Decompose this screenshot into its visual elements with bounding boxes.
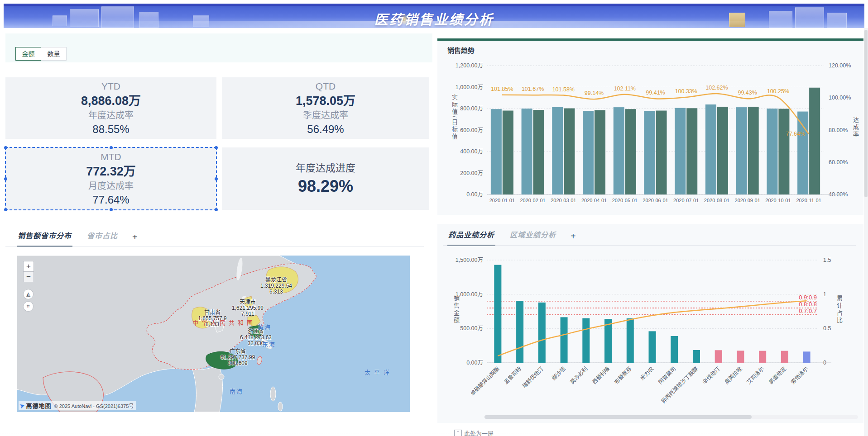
trend-bar-actual[interactable] bbox=[705, 104, 716, 194]
kpi-ytd-rate-label: 年度达成率 bbox=[88, 109, 134, 122]
trend-bar-actual[interactable] bbox=[675, 108, 686, 194]
tab-sales-by-province[interactable]: 销售额省市分布 bbox=[17, 227, 72, 247]
trend-bar-actual[interactable] bbox=[552, 107, 563, 194]
selection-handle[interactable] bbox=[110, 146, 113, 149]
map-philippines bbox=[270, 387, 276, 401]
trend-bar-target[interactable] bbox=[564, 109, 575, 194]
trend-bar-actual[interactable] bbox=[767, 109, 777, 194]
trend-bar-target[interactable] bbox=[778, 109, 789, 194]
metric-toggle-strip bbox=[5, 33, 432, 62]
pareto-bar[interactable] bbox=[494, 265, 501, 363]
map-copyright: © 2025 AutoNavi - GS(2021)6375号 bbox=[54, 402, 134, 409]
map-zoom-out-button[interactable]: − bbox=[23, 271, 34, 282]
tab-quantity[interactable]: 数量 bbox=[41, 47, 67, 61]
trend-x-label: 2020-06-01 bbox=[643, 198, 668, 203]
kpi-card-qtd[interactable]: QTD 1,578.05万 季度达成率 56.49% bbox=[222, 77, 429, 139]
page-title: 医药销售业绩分析 bbox=[4, 9, 864, 28]
pareto-bar[interactable] bbox=[781, 351, 788, 363]
pareto-x-label: 西替利嗪 bbox=[591, 365, 611, 385]
kpi-progress-label: 年度达成进度 bbox=[296, 161, 355, 176]
pareto-x-label: 异丙托溴铵沙丁胺醇 bbox=[660, 365, 699, 405]
trend-rate-label: 77.64% bbox=[786, 131, 805, 137]
kpi-qtd-value: 1,578.05万 bbox=[296, 93, 355, 109]
selection-handle[interactable] bbox=[4, 177, 7, 180]
trend-bar-actual[interactable] bbox=[736, 107, 747, 194]
trend-rate-line[interactable] bbox=[502, 94, 809, 134]
kpi-ytd-title: YTD bbox=[101, 80, 120, 93]
trend-left-tick: 200.00万 bbox=[460, 170, 483, 176]
pareto-bar[interactable] bbox=[803, 351, 810, 363]
sales-trend-panel: 销售趋势 1,200.00万1,000.00万800.00万600.00万400… bbox=[437, 38, 863, 215]
kpi-mtd-title: MTD bbox=[101, 150, 121, 164]
kpi-card-progress[interactable]: 年度达成进度 98.29% bbox=[222, 147, 429, 210]
trend-x-label: 2020-08-01 bbox=[704, 198, 729, 203]
add-tab-button[interactable]: + bbox=[132, 231, 139, 246]
trend-left-tick: 600.00万 bbox=[460, 127, 483, 133]
collapse-icon[interactable]: ⌃ bbox=[454, 430, 462, 436]
kpi-ytd-value: 8,886.08万 bbox=[81, 93, 141, 109]
province-label: 黑龙江省1,319,229.546,313 bbox=[260, 277, 292, 295]
pareto-bar[interactable] bbox=[516, 301, 523, 363]
selection-handle[interactable] bbox=[4, 146, 7, 149]
selection-handle[interactable] bbox=[215, 177, 218, 180]
map-hainan bbox=[219, 374, 224, 379]
pareto-bar[interactable] bbox=[582, 318, 590, 363]
pareto-bar[interactable] bbox=[715, 350, 722, 363]
screen-marker-text: 此处为一屏 bbox=[464, 429, 494, 436]
sales-trend-chart[interactable]: 1,200.00万1,000.00万800.00万600.00万400.00万2… bbox=[437, 41, 863, 215]
pareto-bar[interactable] bbox=[737, 351, 744, 363]
pareto-x-label: 莫沙必利 bbox=[569, 365, 589, 385]
map-panel-tabs: 销售额省市分布 省市占比 + bbox=[5, 225, 424, 246]
pareto-x-label: 米力农 bbox=[639, 365, 655, 381]
pareto-bar[interactable] bbox=[649, 331, 656, 363]
kpi-progress-value: 98.29% bbox=[298, 176, 353, 197]
trend-bar-actual[interactable] bbox=[583, 111, 594, 194]
page-scrollbar-thumb[interactable] bbox=[864, 30, 868, 197]
sea-label: 黄海 bbox=[258, 322, 271, 331]
kpi-card-mtd[interactable]: MTD 772.32万 月度达成率 77.64% bbox=[5, 147, 216, 210]
trend-bar-target[interactable] bbox=[748, 107, 759, 194]
pareto-scrollbar-thumb[interactable] bbox=[484, 415, 752, 419]
selection-handle[interactable] bbox=[215, 146, 218, 149]
trend-bar-actual[interactable] bbox=[614, 107, 624, 194]
trend-bar-actual[interactable] bbox=[491, 109, 502, 194]
trend-bar-target[interactable] bbox=[717, 107, 728, 194]
selection-handle[interactable] bbox=[215, 208, 218, 211]
pareto-bar[interactable] bbox=[693, 350, 700, 363]
trend-bar-actual[interactable] bbox=[522, 109, 532, 194]
pareto-bar[interactable] bbox=[671, 336, 678, 363]
trend-bar-actual[interactable] bbox=[644, 111, 655, 194]
trend-bar-target[interactable] bbox=[656, 111, 667, 194]
screen-marker: ⌃ 此处为一屏 bbox=[451, 429, 497, 436]
selection-handle[interactable] bbox=[4, 208, 7, 211]
trend-bar-target[interactable] bbox=[809, 88, 820, 194]
drug-pareto-chart[interactable]: 1,500.00万1,000.00万500.00万0.00万1.510.500.… bbox=[437, 224, 863, 413]
pareto-bar[interactable] bbox=[538, 303, 546, 363]
map-layers-icon[interactable]: ⌗ bbox=[23, 301, 34, 312]
trend-bar-actual[interactable] bbox=[797, 112, 808, 194]
trend-left-tick: 0.00万 bbox=[466, 191, 483, 198]
pareto-bar[interactable] bbox=[561, 317, 568, 363]
kpi-card-ytd[interactable]: YTD 8,886.08万 年度达成率 88.55% bbox=[5, 77, 216, 139]
tab-province-share[interactable]: 省市占比 bbox=[86, 227, 119, 247]
trend-bar-target[interactable] bbox=[595, 110, 605, 194]
pareto-scrollbar-track[interactable] bbox=[484, 415, 858, 419]
tab-amount[interactable]: 金额 bbox=[15, 47, 41, 61]
trend-right-tick: 80.00% bbox=[829, 127, 848, 133]
header-banner: 医药销售业绩分析 bbox=[4, 4, 864, 28]
trend-bar-target[interactable] bbox=[533, 110, 544, 194]
kpi-mtd-value: 772.32万 bbox=[86, 164, 136, 179]
trend-bar-target[interactable] bbox=[503, 111, 513, 194]
amap-logo-icon: ➤ bbox=[18, 401, 26, 410]
trend-bar-target[interactable] bbox=[625, 109, 636, 194]
map-taiwan bbox=[256, 356, 263, 365]
trend-bar-target[interactable] bbox=[686, 108, 697, 194]
trend-rate-label: 102.11% bbox=[614, 85, 636, 92]
pareto-bar[interactable] bbox=[759, 351, 766, 363]
china-sales-map[interactable]: 黑龙江省1,319,229.546,313天津市1,621,295.997,91… bbox=[17, 256, 410, 412]
map-zoom-in-button[interactable]: + bbox=[23, 261, 34, 272]
pareto-bar[interactable] bbox=[627, 318, 634, 363]
selection-handle[interactable] bbox=[110, 208, 113, 211]
map-ranging-icon[interactable]: ◭ bbox=[23, 289, 34, 299]
pareto-right-tick: 0.5 bbox=[823, 325, 831, 332]
